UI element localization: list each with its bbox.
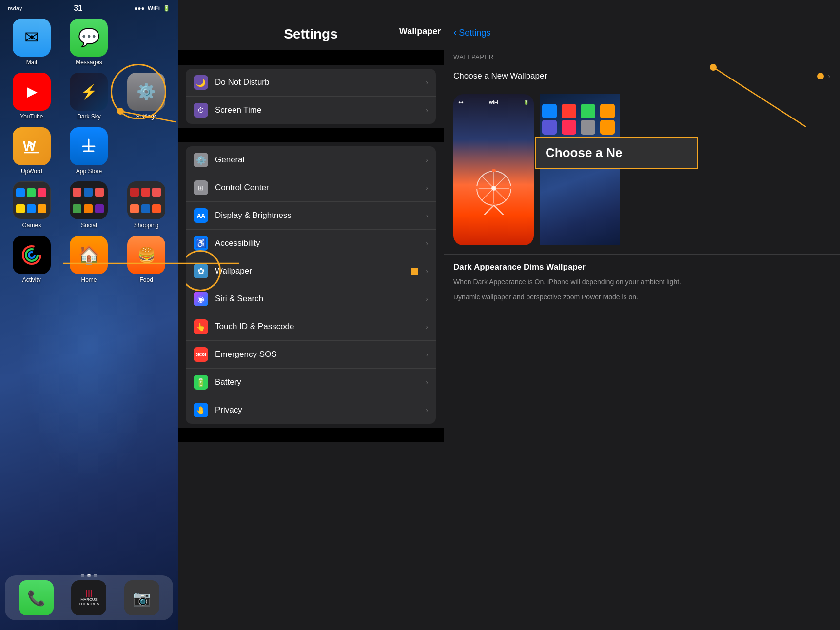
donotdisturb-label: Do Not Disturb [215,78,426,87]
app-darksky[interactable]: ⚡ Dark Sky [62,73,116,120]
food-icon[interactable]: 🍔 [127,236,165,274]
battery-icon: 🔋 [194,375,208,390]
appstore-label: App Store [76,168,102,175]
settings-row-general[interactable]: ⚙️ General › [186,146,436,174]
app-mail[interactable]: ✉ Mail [5,19,59,66]
accessibility-icon: ♿ [194,236,208,251]
mail-icon[interactable]: ✉ [13,19,51,57]
dock-theatre[interactable]: ||| MARCUSTHEATRES [71,580,106,615]
battery-label: Battery [215,377,426,387]
home-screen-preview[interactable]: Choose a Ne [540,94,620,245]
settings-row-display[interactable]: AA Display & Brightness › [186,202,436,230]
app-shopping[interactable]: Shopping [119,181,173,229]
controlcenter-label: Control Center [215,183,426,193]
settings-row-battery[interactable]: 🔋 Battery › [186,369,436,396]
games-icon[interactable] [13,181,51,219]
settings-row-accessibility[interactable]: ♿ Accessibility › [186,230,436,257]
activity-icon[interactable] [13,236,51,274]
battery-chevron: › [426,378,428,386]
dark-appearance-section: Dark Appearance Dims Wallpaper When Dark… [444,254,840,315]
settings-title: Settings [188,26,434,42]
settings-row-donotdisturb[interactable]: 🌙 Do Not Disturb › [186,69,436,97]
home-screen: rsday 31 ●●●WiFi🔋 ✉ Mail 💬 Messages ▶ Yo… [0,0,178,630]
wallpaper-chevron: › [426,267,428,275]
choose-new-chevron: › [828,72,830,80]
settings-row-touchid[interactable]: 👆 Touch ID & Passcode › [186,313,436,341]
controlcenter-chevron: › [426,184,428,192]
choose-new-wallpaper-row[interactable]: Choose a New Wallpaper › [444,64,840,88]
settings-row-privacy[interactable]: 🤚 Privacy › [186,396,436,424]
svg-point-13 [710,64,717,71]
choose-overlay-box: Choose a Ne [535,137,698,169]
app-finance[interactable]: Social [62,181,116,229]
settings-row-controlcenter[interactable]: ⊞ Control Center › [186,174,436,202]
siri-label: Siri & Search [215,294,426,304]
settings-row-emergency[interactable]: SOS Emergency SOS › [186,341,436,369]
screentime-chevron: › [426,106,428,114]
privacy-chevron: › [426,406,428,414]
siri-chevron: › [426,295,428,303]
mail-label: Mail [26,59,37,66]
finance-icon[interactable] [70,181,108,219]
status-date: 31 [74,4,82,13]
wallpaper-label: Wallpaper [215,266,426,276]
upword-label: UpWord [21,168,42,175]
app-appstore[interactable]: App Store [62,127,116,175]
app-games[interactable]: Games [5,181,59,229]
food-label: Food [139,276,153,283]
home-icon[interactable]: 🏠 [70,236,108,274]
ferris-wheel-icon [469,166,518,215]
darksky-icon[interactable]: ⚡ [70,73,108,111]
wallpaper-icon: ✿ [194,264,208,278]
accessibility-label: Accessibility [215,238,426,248]
settings-header: Settings [178,0,444,50]
dock-phone[interactable]: 📞 [19,580,54,615]
app-activity[interactable]: Activity [5,236,59,283]
status-day: rsday [8,5,22,11]
privacy-icon: 🤚 [194,403,208,417]
emergency-label: Emergency SOS [215,350,426,359]
settings-row-siri[interactable]: ◉ Siri & Search › [186,285,436,313]
upword-icon[interactable]: W [13,127,51,165]
app-messages[interactable]: 💬 Messages [62,19,116,66]
wallpaper-panel: ‹ Settings Wallpaper WALLPAPER Choose a … [444,0,840,630]
screentime-label: Screen Time [215,105,426,115]
wallpaper-back-button[interactable]: ‹ Settings [453,26,490,39]
svg-line-25 [494,205,504,215]
settings-row-wallpaper[interactable]: ✿ Wallpaper › [186,257,436,285]
settings-separator-top [178,50,444,65]
youtube-icon[interactable]: ▶ [13,73,51,111]
shopping-label: Shopping [134,222,159,229]
choose-overlay-text: Choose a Ne [546,145,623,160]
general-chevron: › [426,156,428,164]
touchid-label: Touch ID & Passcode [215,322,426,332]
back-label: Settings [459,28,490,38]
status-bar: rsday 31 ●●●WiFi🔋 [0,0,178,15]
settings-row-screentime[interactable]: ⏱ Screen Time › [186,97,436,124]
darksky-label: Dark Sky [77,113,101,120]
settings-label: Settings [136,113,156,120]
finance-label: Social [81,222,97,229]
dock: 📞 ||| MARCUSTHEATRES 📷 [5,575,173,620]
settings-separator-mid [178,128,444,142]
app-upword[interactable]: W UpWord [5,127,59,175]
lock-screen-preview[interactable]: ●●WiFi🔋 [453,94,534,245]
messages-icon[interactable]: 💬 [70,19,108,57]
dock-camera[interactable]: 📷 [124,580,159,615]
touchid-icon: 👆 [194,319,208,334]
dark-appearance-text-2: Dynamic wallpaper and perspective zoom P… [453,292,830,302]
app-home[interactable]: 🏠 Home [62,236,116,283]
settings-icon[interactable]: ⚙️ [127,73,165,111]
shopping-icon[interactable] [127,181,165,219]
donotdisturb-chevron: › [426,79,428,86]
youtube-label: YouTube [20,113,43,120]
app-food[interactable]: 🍔 Food [119,236,173,283]
app-settings[interactable]: ⚙️ Settings [119,73,173,120]
general-label: General [215,155,426,165]
app-youtube[interactable]: ▶ YouTube [5,73,59,120]
dark-appearance-text-1: When Dark Appearance is On, iPhone will … [453,277,830,287]
activity-label: Activity [22,276,41,283]
settings-section-top: 🌙 Do Not Disturb › ⏱ Screen Time › [186,69,436,124]
appstore-icon[interactable] [70,127,108,165]
settings-list: 🌙 Do Not Disturb › ⏱ Screen Time › ⚙️ Ge… [178,50,444,630]
